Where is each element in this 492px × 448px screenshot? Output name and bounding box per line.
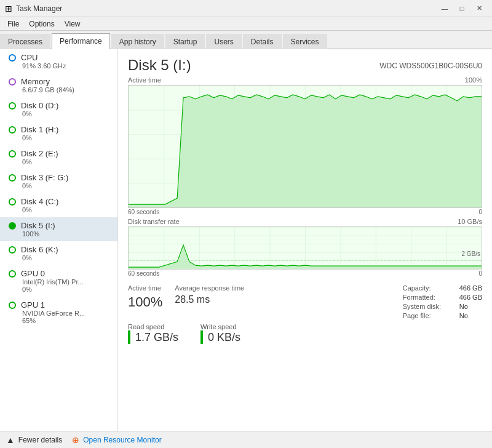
disk0-value: 0% [22, 110, 111, 118]
avg-response-value: 28.5 ms [175, 294, 244, 305]
main-content: CPU 91% 3.60 GHz Memory 6.6/7.9 GB (84%)… [0, 49, 492, 431]
page-file-value: No [459, 312, 468, 319]
page-file-label: Page file: [403, 312, 450, 319]
gpu1-label: GPU 1 [21, 300, 45, 310]
read-speed-bar [128, 330, 130, 344]
tab-startup[interactable]: Startup [165, 34, 205, 49]
tab-users[interactable]: Users [206, 34, 241, 49]
chart2-time-labels: 60 seconds 0 [128, 270, 482, 277]
menu-bar: File Options View [0, 17, 492, 31]
formatted-label: Formatted: [403, 294, 450, 301]
sidebar: CPU 91% 3.60 GHz Memory 6.6/7.9 GB (84%)… [0, 49, 118, 431]
chart1-label-left: Active time [128, 76, 161, 84]
chart-section: Active time 100% [128, 76, 482, 423]
disk6-label: Disk 6 (K:) [21, 245, 58, 254]
disk1-label: Disk 1 (H:) [21, 125, 58, 134]
tab-processes[interactable]: Processes [0, 34, 50, 49]
write-speed-label: Write speed [200, 323, 240, 330]
read-speed-label: Read speed [128, 323, 178, 330]
sidebar-item-memory[interactable]: Memory 6.6/7.9 GB (84%) [0, 73, 117, 97]
disk6-status-dot [9, 246, 16, 254]
chart2-time-right: 0 [478, 270, 482, 277]
chart2-mid-right: 2 GB/s [461, 250, 480, 257]
tab-services[interactable]: Services [283, 34, 327, 49]
tab-details[interactable]: Details [243, 34, 282, 49]
fewer-details-icon: ▲ [6, 435, 15, 445]
window-controls: — □ ✕ [437, 2, 487, 15]
read-speed-value: 1.7 GB/s [135, 331, 178, 344]
sidebar-item-disk0[interactable]: Disk 0 (D:) 0% [0, 97, 117, 121]
close-button[interactable]: ✕ [471, 2, 487, 15]
system-disk-label: System disk: [403, 303, 450, 310]
active-time-chart [128, 85, 482, 208]
disk5-status-dot [9, 222, 16, 230]
tab-app-history[interactable]: App history [111, 34, 164, 49]
sidebar-item-disk3[interactable]: Disk 3 (F: G:) 0% [0, 169, 117, 193]
disk6-value: 0% [22, 254, 111, 262]
menu-file[interactable]: File [2, 18, 24, 30]
disk5-value: 100% [22, 230, 111, 238]
disk4-value: 0% [22, 206, 111, 214]
capacity-value: 466 GB [459, 284, 482, 292]
minimize-button[interactable]: — [437, 2, 453, 15]
sidebar-item-disk2[interactable]: Disk 2 (E:) 0% [0, 145, 117, 169]
disk2-label: Disk 2 (E:) [21, 149, 58, 158]
active-time-value: 100% [128, 294, 162, 310]
transfer-chart-svg [129, 227, 482, 269]
read-speed-item: Read speed 1.7 GB/s [128, 323, 178, 344]
sidebar-item-cpu[interactable]: CPU 91% 3.60 GHz [0, 49, 117, 73]
bottom-bar: ▲ Fewer details ⊕ Open Resource Monitor [0, 431, 492, 448]
speed-row: Read speed 1.7 GB/s Write speed 0 KB/s [128, 323, 482, 344]
avg-response-stat: Average response time 28.5 ms [175, 284, 244, 305]
chart1-label: Active time 100% [128, 76, 482, 84]
gpu1-status-dot [9, 302, 16, 309]
disk1-status-dot [9, 126, 16, 134]
stats-row: Active time 100% Average response time 2… [128, 284, 482, 319]
cpu-label: CPU [21, 53, 38, 62]
sidebar-item-disk4[interactable]: Disk 4 (C:) 0% [0, 193, 117, 217]
chart2-label-left: Disk transfer rate [128, 218, 180, 225]
sidebar-item-disk1[interactable]: Disk 1 (H:) 0% [0, 121, 117, 145]
disk0-label: Disk 0 (D:) [21, 101, 58, 110]
system-disk-value: No [459, 303, 468, 310]
chart2-label-right: 10 GB/s [458, 218, 482, 225]
cpu-status-dot [9, 54, 16, 62]
disk-title: Disk 5 (I:) [128, 57, 191, 74]
avg-response-label: Average response time [175, 284, 244, 292]
memory-value: 6.6/7.9 GB (84%) [22, 86, 111, 94]
maximize-button[interactable]: □ [454, 2, 470, 15]
capacity-label: Capacity: [403, 284, 450, 292]
gpu0-value: Intel(R) Iris(TM) Pr...0% [22, 278, 111, 293]
tab-bar: Processes Performance App history Startu… [0, 31, 492, 49]
sidebar-item-gpu1[interactable]: GPU 1 NVIDIA GeForce R...65% [0, 297, 117, 328]
memory-label: Memory [21, 77, 50, 86]
transfer-rate-chart: 2 GB/s [128, 226, 482, 270]
tab-performance[interactable]: Performance [52, 33, 110, 49]
chart2-label: Disk transfer rate 10 GB/s [128, 218, 482, 225]
disk3-status-dot [9, 174, 16, 182]
chart1-time-right: 0 [478, 209, 482, 215]
menu-view[interactable]: View [60, 18, 85, 30]
content-area: Disk 5 (I:) WDC WDS500G1B0C-00S6U0 Activ… [118, 49, 492, 431]
sidebar-item-disk5[interactable]: Disk 5 (I:) 100% [0, 217, 117, 241]
active-time-label: Active time [128, 284, 162, 292]
sidebar-item-gpu0[interactable]: GPU 0 Intel(R) Iris(TM) Pr...0% [0, 265, 117, 297]
fewer-details-button[interactable]: ▲ Fewer details [6, 435, 62, 445]
app-icon: ⊞ [5, 4, 12, 14]
active-time-stat: Active time 100% [128, 284, 162, 310]
gpu0-status-dot [9, 270, 16, 278]
window-title: Task Manager [16, 4, 62, 13]
open-resource-monitor-button[interactable]: ⊕ Open Resource Monitor [72, 435, 161, 445]
gpu1-value: NVIDIA GeForce R...65% [22, 310, 111, 324]
disk3-label: Disk 3 (F: G:) [21, 173, 68, 182]
gpu0-label: GPU 0 [21, 269, 45, 278]
chart1-time-labels: 60 seconds 0 [128, 209, 482, 215]
menu-options[interactable]: Options [24, 18, 59, 30]
disk2-value: 0% [22, 158, 111, 166]
resource-monitor-icon: ⊕ [72, 435, 79, 445]
disk0-status-dot [9, 102, 16, 110]
chart1-label-right: 100% [465, 76, 482, 84]
sidebar-item-disk6[interactable]: Disk 6 (K:) 0% [0, 241, 117, 265]
write-speed-value: 0 KB/s [208, 331, 240, 344]
chart2-time-left: 60 seconds [128, 270, 159, 277]
